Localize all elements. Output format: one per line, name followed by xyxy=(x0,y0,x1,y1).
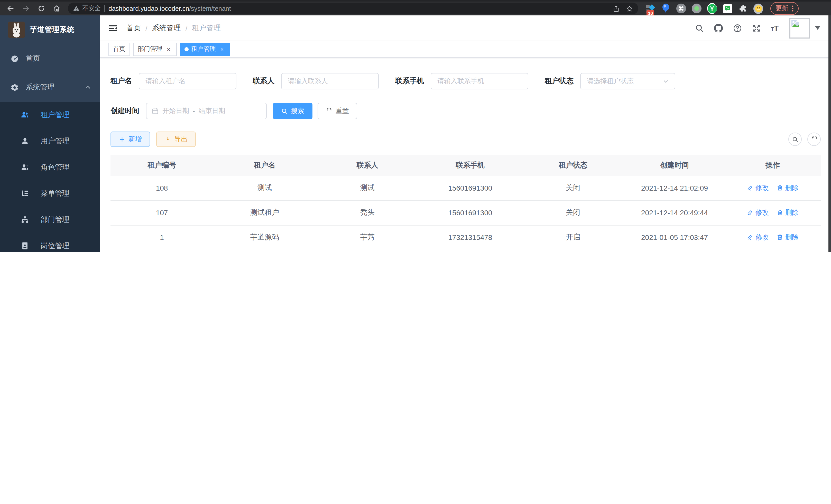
sidebar-item-用户管理[interactable]: 用户管理 xyxy=(0,128,100,154)
font-size-icon[interactable]: TT xyxy=(771,24,779,32)
y-logo-extension-icon[interactable]: Y xyxy=(707,4,717,13)
sidebar-item-label: 角色管理 xyxy=(40,162,91,172)
delete-label: 删除 xyxy=(785,208,799,217)
sidebar-item-label: 菜单管理 xyxy=(40,189,91,198)
forward-icon[interactable] xyxy=(20,2,32,14)
balloon-extension-icon[interactable] xyxy=(661,4,671,13)
breadcrumb-item-租户管理: 租户管理 xyxy=(192,23,221,33)
avatar-caret-down-icon[interactable] xyxy=(815,26,820,30)
sidebar-item-角色管理[interactable]: 角色管理 xyxy=(0,154,100,180)
back-icon[interactable] xyxy=(4,2,17,14)
record-extension-icon[interactable] xyxy=(692,4,701,13)
help-icon[interactable] xyxy=(733,23,742,33)
site-security[interactable]: 不安全 xyxy=(73,4,101,13)
close-icon[interactable]: × xyxy=(165,46,172,52)
sidebar-item-部门管理[interactable]: 部门管理 xyxy=(0,207,100,233)
url-text[interactable]: dashboard.yudao.iocoder.cn/system/tenant xyxy=(109,5,609,12)
edit-icon xyxy=(747,209,753,216)
address-bar[interactable]: 不安全 dashboard.yudao.iocoder.cn/system/te… xyxy=(68,3,638,14)
column-header-租户编号: 租户编号 xyxy=(111,155,213,176)
search-button[interactable]: 搜索 xyxy=(273,103,312,119)
cell-contact: 秃头 xyxy=(316,200,419,225)
cell-id: 107 xyxy=(111,200,213,225)
dept-icon xyxy=(21,215,29,224)
sidebar-item-label: 首页 xyxy=(26,54,91,63)
search-icon xyxy=(281,108,288,114)
header-search-icon[interactable] xyxy=(694,23,704,33)
sidebar-item-菜单管理[interactable]: 菜单管理 xyxy=(0,180,100,207)
filter-label: 租户状态 xyxy=(545,77,574,86)
edit-link[interactable]: 修改 xyxy=(747,183,769,192)
tags-view: 首页部门管理×租户管理× xyxy=(100,41,831,58)
screen: 不安全 dashboard.yudao.iocoder.cn/system/te… xyxy=(0,0,831,252)
status-select[interactable]: 请选择租户状态 xyxy=(580,73,675,89)
sidebar-item-岗位管理[interactable]: 岗位管理 xyxy=(0,233,100,252)
chat-extension-icon[interactable] xyxy=(722,4,732,13)
filter-input-联系手机[interactable]: 请输入联系手机 xyxy=(431,73,528,89)
cell-status: 关闭 xyxy=(522,200,624,225)
edit-link[interactable]: 修改 xyxy=(747,233,769,242)
reset-button[interactable]: 重置 xyxy=(318,103,357,119)
puzzle-extension-icon[interactable] xyxy=(738,4,748,13)
trash-icon xyxy=(776,209,783,216)
diamond-extension-icon[interactable]: 10 xyxy=(646,4,655,13)
delete-link[interactable]: 删除 xyxy=(776,208,799,217)
reload-icon[interactable] xyxy=(35,2,47,14)
cell-name: 测试租户 xyxy=(213,200,316,225)
filter-input-联系人[interactable]: 请输入联系人 xyxy=(281,73,379,89)
avatar[interactable] xyxy=(790,18,810,38)
sidebar-item-首页[interactable]: 首页 xyxy=(0,44,100,73)
date-range-picker[interactable]: 开始日期 - 结束日期 xyxy=(146,103,267,119)
column-header-操作: 操作 xyxy=(725,155,821,176)
window-scrollbar[interactable] xyxy=(828,16,831,252)
dashboard-icon xyxy=(10,54,19,63)
share-icon[interactable] xyxy=(612,5,620,12)
close-icon[interactable]: × xyxy=(219,46,226,52)
sidebar-logo-row[interactable]: 芋道管理系统 xyxy=(0,16,100,44)
kebab-menu-icon[interactable] xyxy=(792,5,794,12)
table-row: 107测试租户秃头15601691300关闭2021-12-14 20:49:4… xyxy=(111,200,821,225)
home-icon[interactable] xyxy=(50,2,63,14)
command-extension-icon[interactable] xyxy=(676,4,686,13)
sidebar-item-系统管理[interactable]: 系统管理 xyxy=(0,73,100,102)
update-button[interactable]: 更新 xyxy=(770,2,799,15)
navbar: 首页/系统管理/租户管理 TT xyxy=(100,16,831,41)
tag-label: 租户管理 xyxy=(191,45,216,53)
bookmark-star-icon[interactable] xyxy=(626,5,633,12)
sidebar-fold-icon[interactable] xyxy=(108,23,118,33)
edit-link[interactable]: 修改 xyxy=(747,208,769,217)
filter-input-租户名[interactable]: 请输入租户名 xyxy=(139,73,236,89)
column-header-联系手机: 联系手机 xyxy=(419,155,522,176)
github-icon[interactable] xyxy=(714,23,723,33)
add-button[interactable]: 新增 xyxy=(111,131,150,147)
cell-name: 芋道源码 xyxy=(213,225,316,250)
tag-部门管理[interactable]: 部门管理× xyxy=(133,42,177,56)
tag-租户管理[interactable]: 租户管理× xyxy=(180,42,230,56)
refresh-table-button[interactable] xyxy=(807,132,821,146)
cell-mobile: 17321315478 xyxy=(419,225,522,250)
post-icon xyxy=(21,241,29,250)
sidebar-item-租户管理[interactable]: 租户管理 xyxy=(0,102,100,128)
update-label: 更新 xyxy=(775,4,789,13)
emoji-extension-icon[interactable] xyxy=(753,4,763,13)
refresh-icon xyxy=(326,108,333,114)
user-icon xyxy=(21,137,29,145)
browser-toolbar: 不安全 dashboard.yudao.iocoder.cn/system/te… xyxy=(0,0,831,16)
column-header-联系人: 联系人 xyxy=(316,155,419,176)
app-logo xyxy=(8,22,25,38)
sidebar-item-label: 系统管理 xyxy=(26,83,85,92)
delete-link[interactable]: 删除 xyxy=(776,233,799,242)
tenant-table: 租户编号租户名联系人联系手机租户状态创建时间操作 108测试测试15601691… xyxy=(111,155,821,250)
fullscreen-icon[interactable] xyxy=(752,23,761,33)
delete-link[interactable]: 删除 xyxy=(776,183,799,192)
toggle-search-button[interactable] xyxy=(789,132,802,146)
breadcrumb-item-首页[interactable]: 首页 xyxy=(126,23,141,33)
filter-item-联系手机: 联系手机请输入联系手机 xyxy=(395,73,528,89)
tag-label: 部门管理 xyxy=(138,45,163,53)
edit-label: 修改 xyxy=(755,208,769,217)
export-button[interactable]: 导出 xyxy=(156,131,196,147)
delete-label: 删除 xyxy=(785,233,799,242)
date-start-placeholder: 开始日期 xyxy=(163,106,189,116)
tag-首页[interactable]: 首页 xyxy=(109,42,130,56)
breadcrumb-item-系统管理[interactable]: 系统管理 xyxy=(152,23,181,33)
